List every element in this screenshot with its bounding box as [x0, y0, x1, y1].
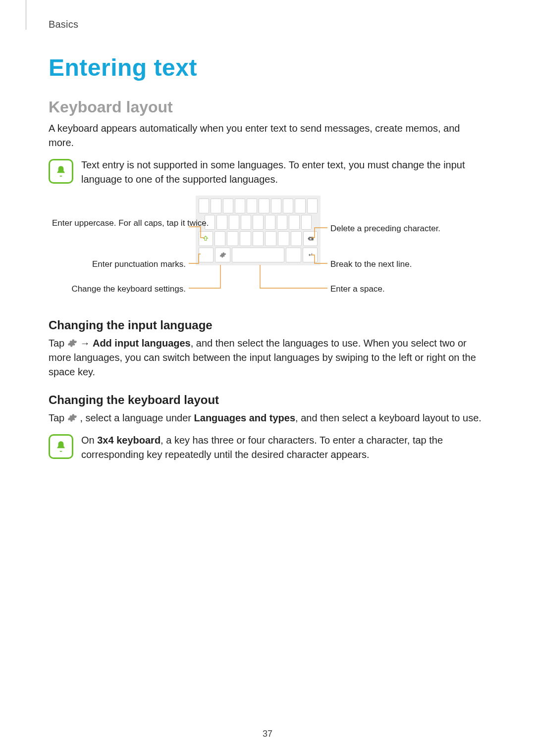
- subsection-heading: Changing the keyboard layout: [49, 393, 486, 407]
- chapter-label: Basics: [49, 19, 486, 30]
- text-fragment: On: [81, 435, 97, 446]
- bold-text: Add input languages: [93, 338, 191, 349]
- text-fragment: →: [80, 338, 93, 349]
- section-paragraph: A keyboard appears automatically when yo…: [49, 121, 486, 150]
- subsection-paragraph: Tap , select a language under Languages …: [49, 411, 486, 425]
- subsection-heading: Changing the input language: [49, 318, 486, 332]
- gear-icon: [67, 412, 77, 422]
- section-heading: Keyboard layout: [49, 98, 486, 116]
- gear-icon: [67, 338, 77, 348]
- bold-text: Languages and types: [194, 412, 296, 423]
- text-fragment: , and then select a keyboard layout to u…: [295, 412, 482, 423]
- note-text: On 3x4 keyboard, a key has three or four…: [81, 433, 486, 462]
- subsection-paragraph: Tap → Add input languages, and then sele…: [49, 336, 486, 379]
- bell-icon: [49, 159, 73, 184]
- bold-text: 3x4 keyboard: [97, 435, 160, 446]
- leader-lines: [52, 196, 483, 304]
- note-text: Text entry is not supported in some lang…: [81, 158, 486, 187]
- text-fragment: , select a language under: [80, 412, 194, 423]
- side-rule: [26, 0, 26, 30]
- page-title: Entering text: [49, 54, 486, 81]
- keyboard-diagram: Enter uppercase. For all caps, tap it tw…: [52, 196, 483, 304]
- note-block: Text entry is not supported in some lang…: [49, 158, 486, 187]
- note-block: On 3x4 keyboard, a key has three or four…: [49, 433, 486, 462]
- page-number: 37: [0, 729, 535, 739]
- bell-icon: [49, 434, 73, 459]
- text-fragment: Tap: [49, 338, 67, 349]
- page: Basics Entering text Keyboard layout A k…: [0, 0, 535, 756]
- text-fragment: Tap: [49, 412, 67, 423]
